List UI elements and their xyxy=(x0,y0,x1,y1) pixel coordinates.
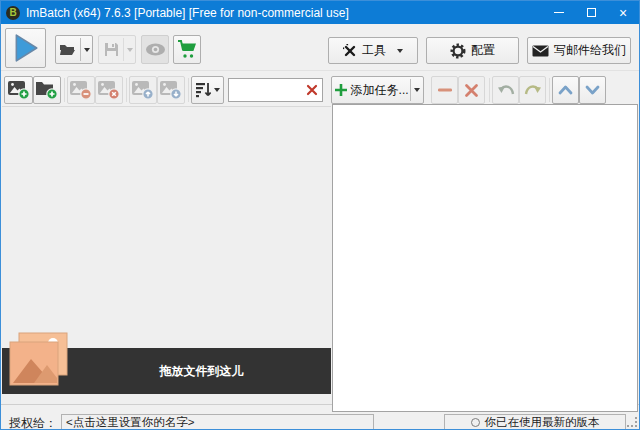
remove-task-button[interactable] xyxy=(431,76,458,104)
email-button[interactable]: 写邮件给我们 xyxy=(527,37,631,64)
cross-icon xyxy=(464,83,479,98)
toolbar-separator xyxy=(188,78,189,102)
app-icon: B xyxy=(6,6,20,20)
file-list-panel[interactable]: 拖放文件到这儿 xyxy=(2,106,331,404)
open-folder-icon xyxy=(56,36,80,63)
tools-button[interactable]: 工具 xyxy=(328,37,418,64)
filter-box xyxy=(228,78,323,102)
eye-icon xyxy=(145,43,166,56)
filter-input[interactable] xyxy=(229,83,306,97)
version-status-panel[interactable]: 你已在使用最新的版本 xyxy=(444,414,626,430)
tools-button-label: 工具 xyxy=(362,42,386,59)
add-task-button[interactable]: 添加任务... xyxy=(331,76,424,104)
open-dropdown[interactable] xyxy=(81,36,92,63)
photo-stack-icon xyxy=(8,332,70,388)
redo-button[interactable] xyxy=(519,76,546,104)
drop-hint-text: 拖放文件到这儿 xyxy=(72,363,331,380)
sort-icon xyxy=(195,82,211,98)
titlebar: B ImBatch (x64) 7.6.3 [Portable] [Free f… xyxy=(1,1,639,24)
buy-button[interactable] xyxy=(173,35,201,64)
chevron-down-icon xyxy=(127,48,133,52)
add-folder-icon xyxy=(35,80,59,101)
maximize-button[interactable] xyxy=(575,1,607,24)
tools-icon xyxy=(343,44,357,58)
preview-button[interactable] xyxy=(141,35,169,64)
chevron-down-icon xyxy=(84,48,90,52)
add-task-label: 添加任务... xyxy=(351,82,409,99)
open-button[interactable] xyxy=(55,35,93,64)
email-button-label: 写邮件给我们 xyxy=(554,42,626,59)
chevron-down-icon xyxy=(397,49,403,53)
gear-icon xyxy=(450,43,466,59)
update-check-icon xyxy=(471,418,480,427)
secondary-toolbar: 添加任务... xyxy=(1,71,639,106)
toolbar-separator xyxy=(126,78,127,102)
undo-button[interactable] xyxy=(492,76,519,104)
imbatch-window: B ImBatch (x64) 7.6.3 [Portable] [Free f… xyxy=(0,0,640,430)
task-list-panel[interactable] xyxy=(332,104,638,412)
chevron-down-icon xyxy=(214,88,220,92)
config-button-label: 配置 xyxy=(471,42,495,59)
remove-image-button[interactable] xyxy=(67,76,95,104)
move-task-down-button[interactable] xyxy=(579,76,606,104)
add-task-dropdown[interactable] xyxy=(411,77,423,103)
toolbar-separator xyxy=(489,78,490,102)
image-up-icon xyxy=(131,80,155,101)
minus-icon xyxy=(437,87,453,93)
window-title: ImBatch (x64) 7.6.3 [Portable] [Free for… xyxy=(26,6,349,20)
save-dropdown[interactable] xyxy=(124,36,135,63)
close-icon: × xyxy=(619,6,627,20)
move-task-up-button[interactable] xyxy=(552,76,579,104)
envelope-icon xyxy=(532,45,549,57)
licensed-to-label: 授权给： xyxy=(9,415,57,430)
filter-clear-icon[interactable] xyxy=(306,84,318,96)
close-button[interactable]: × xyxy=(607,1,639,24)
move-image-up-button[interactable] xyxy=(129,76,157,104)
cart-icon xyxy=(177,40,197,59)
window-controls: × xyxy=(543,1,639,24)
delete-tasks-button[interactable] xyxy=(458,76,485,104)
undo-icon xyxy=(497,84,515,97)
delete-image-icon xyxy=(97,80,121,101)
save-button[interactable] xyxy=(98,35,136,64)
chevron-up-icon xyxy=(558,85,573,95)
remove-image-icon xyxy=(69,80,93,101)
minimize-button[interactable] xyxy=(543,1,575,24)
maximize-icon xyxy=(587,8,596,17)
play-icon xyxy=(13,33,39,63)
chevron-down-icon xyxy=(414,88,420,92)
plus-icon xyxy=(334,83,348,97)
image-down-icon xyxy=(159,80,183,101)
move-image-down-button[interactable] xyxy=(157,76,185,104)
version-status-text: 你已在使用最新的版本 xyxy=(485,415,600,430)
add-task-main[interactable]: 添加任务... xyxy=(332,77,410,103)
minimize-icon xyxy=(554,12,564,13)
add-image-icon xyxy=(7,80,31,101)
delete-image-button[interactable] xyxy=(95,76,123,104)
toolbar-separator xyxy=(549,78,550,102)
resize-grip[interactable] xyxy=(627,417,638,428)
run-tasks-button[interactable] xyxy=(5,28,46,68)
toolbar-separator xyxy=(64,78,65,102)
main-toolbar: 工具 配置 写邮件给我们 xyxy=(1,24,639,71)
license-name-field[interactable]: <点击这里设置你的名字> xyxy=(61,414,374,430)
add-images-button[interactable] xyxy=(4,76,33,104)
sort-button[interactable] xyxy=(191,76,224,104)
add-folder-button[interactable] xyxy=(33,76,61,104)
save-icon xyxy=(99,36,123,63)
chevron-down-icon xyxy=(585,85,600,95)
redo-icon xyxy=(524,84,542,97)
config-button[interactable]: 配置 xyxy=(426,37,519,64)
